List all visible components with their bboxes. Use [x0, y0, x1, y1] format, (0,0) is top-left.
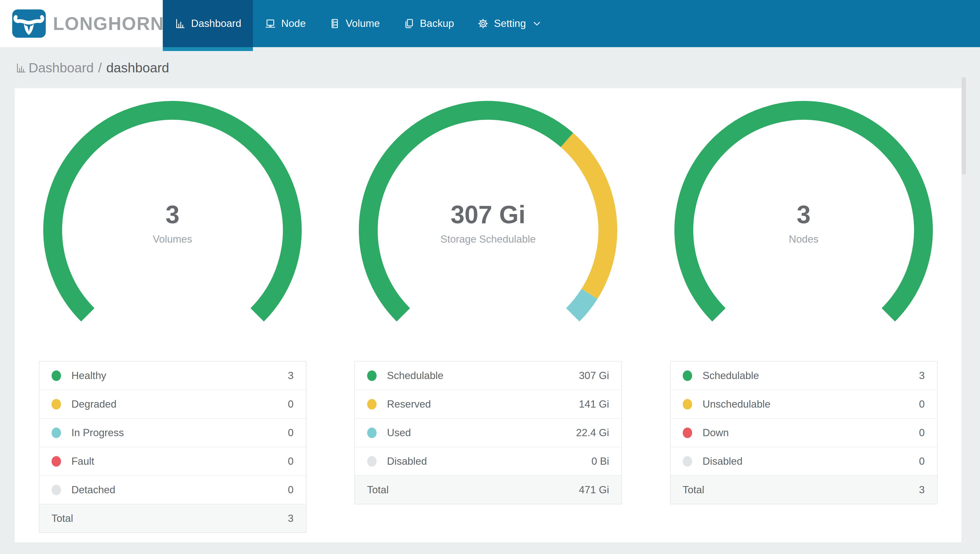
gauge-panel-storage-schedulable: 307 GiStorage SchedulableSchedulable307 …: [330, 98, 646, 542]
backup-icon: [403, 18, 415, 29]
legend-total-label: Total: [683, 484, 919, 496]
legend-label: Reserved: [387, 398, 579, 410]
yellow-status-dot: [367, 399, 377, 409]
legend-table-volumes: Healthy3Degraded0In Progress0Fault0Detac…: [39, 361, 306, 533]
legend-label: Used: [387, 427, 576, 439]
legend-label: Schedulable: [703, 370, 919, 382]
gauge-nodes: 3Nodes: [671, 98, 937, 328]
legend-table-storage-schedulable: Schedulable307 GiReserved141 GiUsed22.4 …: [355, 361, 622, 505]
vertical-scrollbar-thumb[interactable]: [962, 77, 966, 175]
gauge-storage-schedulable: 307 GiStorage Schedulable: [355, 98, 621, 328]
gauge-label: Storage Schedulable: [355, 234, 621, 245]
legend-row: Unschedulable0: [671, 390, 937, 418]
legend-row: Fault0: [40, 447, 306, 475]
legend-value: 141 Gi: [579, 398, 609, 410]
nav-item-label: Setting: [494, 18, 526, 29]
gauge-value: 3: [671, 201, 937, 228]
gauge-volumes: 3Volumes: [40, 98, 305, 328]
legend-value: 307 Gi: [579, 370, 609, 382]
teal-status-dot: [52, 428, 61, 438]
legend-label: Healthy: [72, 370, 288, 382]
nav-item-setting[interactable]: Setting: [466, 0, 554, 47]
gauge-value: 3: [40, 201, 305, 228]
gauge-panel-volumes: 3VolumesHealthy3Degraded0In Progress0Fau…: [15, 98, 330, 542]
legend-row: Schedulable3: [671, 361, 937, 390]
top-navbar: LONGHORN DashboardNodeVolumeBackupSettin…: [0, 0, 980, 47]
legend-label: Detached: [72, 484, 288, 496]
legend-value: 0 Bi: [592, 455, 609, 467]
legend-row: Disabled0: [671, 447, 937, 475]
legend-row: Reserved141 Gi: [355, 390, 622, 418]
breadcrumb-current: dashboard: [106, 60, 169, 76]
legend-total-value: 3: [288, 513, 294, 524]
breadcrumb: Dashboard / dashboard: [0, 47, 980, 76]
longhorn-dashboard-page: { "colors": { "navbar_bg": "#0B74A4", "n…: [0, 0, 980, 554]
legend-row: Healthy3: [40, 361, 306, 390]
gauge-value: 307 Gi: [355, 201, 621, 228]
teal-status-dot: [367, 428, 377, 438]
legend-label: Disabled: [387, 455, 592, 467]
legend-table-nodes: Schedulable3Unschedulable0Down0Disabled0…: [670, 361, 937, 505]
brand-name: LONGHORN: [53, 13, 164, 34]
gray-status-dot: [367, 456, 377, 466]
nav-item-label: Volume: [345, 18, 380, 29]
legend-value: 0: [288, 427, 294, 439]
red-status-dot: [52, 456, 61, 466]
bar-chart-icon: [15, 62, 29, 74]
green-status-dot: [52, 371, 61, 381]
legend-row: Used22.4 Gi: [355, 418, 622, 447]
gauge-center-text: 3Nodes: [671, 201, 937, 245]
legend-value: 22.4 Gi: [576, 427, 609, 439]
green-status-dot: [683, 371, 692, 381]
node-icon: [264, 18, 276, 29]
gray-status-dot: [683, 456, 692, 466]
nav-item-volume[interactable]: Volume: [317, 0, 391, 47]
legend-row: Disabled0 Bi: [355, 447, 622, 475]
legend-total-value: 471 Gi: [579, 484, 609, 496]
legend-value: 0: [288, 398, 294, 410]
legend-total-value: 3: [919, 484, 925, 496]
gauge-label: Nodes: [671, 234, 937, 245]
gauge-center-text: 307 GiStorage Schedulable: [355, 201, 621, 245]
legend-total-label: Total: [367, 484, 579, 496]
breadcrumb-separator: /: [98, 60, 102, 76]
chevron-down-icon: [531, 18, 542, 29]
legend-row: Down0: [671, 418, 937, 447]
legend-total-row: Total3: [40, 504, 306, 532]
main-nav: DashboardNodeVolumeBackupSetting: [163, 0, 980, 47]
legend-label: Degraded: [72, 398, 288, 410]
yellow-status-dot: [52, 399, 61, 409]
nav-item-label: Backup: [420, 18, 454, 29]
breadcrumb-parent[interactable]: Dashboard: [29, 60, 94, 76]
gauge-center-text: 3Volumes: [40, 201, 305, 245]
legend-value: 0: [288, 455, 294, 467]
nav-item-label: Dashboard: [191, 18, 241, 29]
legend-value: 3: [919, 370, 925, 382]
bar-chart-icon: [174, 18, 186, 29]
nav-item-dashboard[interactable]: Dashboard: [163, 0, 253, 47]
volume-icon: [329, 18, 340, 29]
bull-icon: [12, 10, 46, 38]
legend-value: 3: [288, 370, 294, 382]
legend-row: Degraded0: [40, 390, 306, 418]
nav-item-label: Node: [281, 18, 305, 29]
dashboard-card: 3VolumesHealthy3Degraded0In Progress0Fau…: [15, 88, 961, 542]
legend-label: Down: [703, 427, 919, 439]
legend-value: 0: [919, 455, 925, 467]
red-status-dot: [683, 428, 692, 438]
legend-label: Fault: [72, 455, 288, 467]
nav-item-node[interactable]: Node: [253, 0, 317, 47]
legend-value: 0: [919, 427, 925, 439]
gauge-label: Volumes: [40, 234, 305, 245]
legend-total-row: Total471 Gi: [355, 475, 622, 504]
legend-label: Unschedulable: [703, 398, 919, 410]
gray-status-dot: [52, 485, 61, 495]
legend-label: Schedulable: [387, 370, 579, 382]
legend-total-row: Total3: [671, 475, 937, 504]
yellow-status-dot: [683, 399, 692, 409]
legend-total-label: Total: [52, 513, 288, 524]
logo-link[interactable]: LONGHORN: [0, 0, 163, 47]
nav-item-backup[interactable]: Backup: [391, 0, 466, 47]
gauge-panel-nodes: 3NodesSchedulable3Unschedulable0Down0Dis…: [646, 98, 961, 542]
legend-value: 0: [288, 484, 294, 496]
